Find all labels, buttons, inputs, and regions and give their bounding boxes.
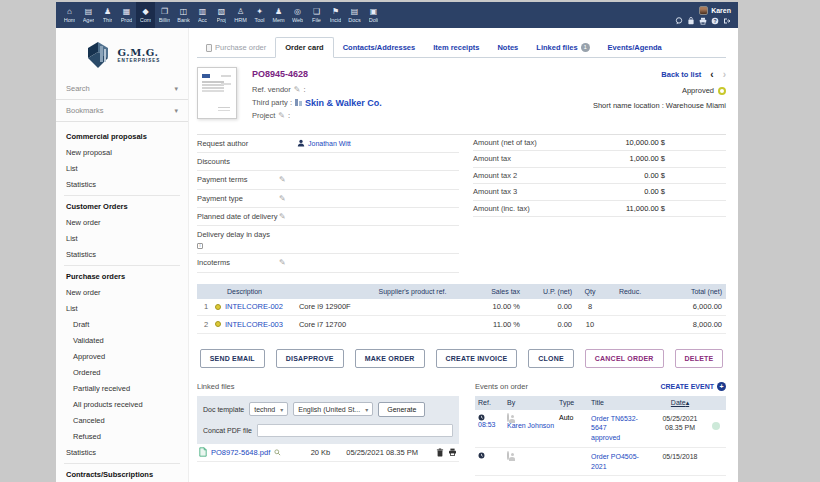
user-avatar: [699, 6, 708, 15]
tab-events-agenda[interactable]: Events/Agenda: [599, 38, 671, 57]
sidebar-section-purchase-orders[interactable]: Purchase orders: [56, 266, 188, 284]
preview-magnifier-icon[interactable]: [274, 449, 281, 456]
chat-icon[interactable]: [675, 17, 683, 25]
tab-purchase-order[interactable]: Purchase order: [197, 38, 275, 57]
sidebar-item-refused[interactable]: Refused: [56, 428, 188, 444]
sidebar-item-validated[interactable]: Validated: [56, 332, 188, 348]
nav-module-docs[interactable]: ▤Docs: [345, 2, 364, 28]
edit-pencil-icon[interactable]: ✎: [279, 212, 286, 221]
print-icon[interactable]: [699, 17, 707, 25]
edit-pencil-icon[interactable]: ✎: [278, 111, 285, 120]
help-icon[interactable]: ?: [711, 17, 719, 25]
search-dropdown[interactable]: Search ▾: [56, 78, 188, 100]
linked-files-count-badge: 1: [581, 43, 590, 52]
sidebar-item-purchase-orders-statistics[interactable]: Statistics: [56, 444, 188, 460]
sidebar-item-all-products-received[interactable]: All products received: [56, 396, 188, 412]
sidebar-item-customer-orders-statistics[interactable]: Statistics: [56, 246, 188, 262]
bag-icon[interactable]: [687, 17, 695, 25]
create-invoice-button[interactable]: CREATE INVOICE: [436, 349, 518, 368]
nav-module-agenda[interactable]: ▤Ager: [79, 2, 98, 28]
back-to-list-link[interactable]: Back to list: [661, 70, 701, 79]
make-order-button[interactable]: MAKE ORDER: [355, 349, 425, 368]
nav-module-incidents[interactable]: ⚑Incid: [326, 2, 345, 28]
create-event-link[interactable]: CREATE EVENT +: [660, 382, 726, 391]
edit-pencil-icon[interactable]: ✎: [294, 85, 301, 94]
user-menu[interactable]: Karen: [699, 6, 731, 15]
top-navbar: ⌂Hom ▤Ager ♟Thir ▦Prod ◆Com ❐Billin ◫Ban…: [56, 2, 738, 28]
clone-button[interactable]: CLONE: [528, 349, 574, 368]
disapprove-button[interactable]: DISAPPROVE: [276, 349, 344, 368]
sidebar-item-new-purchase-order[interactable]: New order: [56, 284, 188, 300]
sidebar-item-proposals-list[interactable]: List: [56, 160, 188, 176]
event-type: Auto: [559, 414, 591, 443]
tab-linked-files[interactable]: Linked files 1: [527, 38, 598, 57]
third-party-link[interactable]: Skin & Walker Co.: [305, 98, 382, 108]
tab-notes[interactable]: Notes: [488, 38, 527, 57]
members-icon: ♟: [275, 8, 282, 16]
amount-tax-row: Amount tax 1,000.00 $: [473, 151, 726, 168]
nav-module-home[interactable]: ⌂Hom: [60, 2, 79, 28]
user-name: Karen: [711, 7, 731, 14]
delete-file-icon[interactable]: [436, 448, 444, 457]
sidebar-section-contracts-subscriptions[interactable]: Contracts/Subscriptions: [56, 464, 188, 482]
edit-pencil-icon[interactable]: ✎: [279, 194, 286, 203]
nav-module-members[interactable]: ♟Mem: [269, 2, 288, 28]
tab-order-card[interactable]: Order card: [275, 37, 333, 58]
sidebar-section-commercial-proposals[interactable]: Commercial proposals: [56, 126, 188, 144]
nav-module-projects[interactable]: ▧Proj: [212, 2, 231, 28]
delete-button[interactable]: DELETE: [675, 349, 724, 368]
request-author-link[interactable]: Jonathan Witt: [308, 140, 351, 147]
nav-module-billing[interactable]: ❐Billin: [155, 2, 174, 28]
sidebar-item-approved[interactable]: Approved: [56, 348, 188, 364]
concat-pdf-input[interactable]: [257, 424, 453, 437]
tab-item-receipts[interactable]: Item receipts: [424, 38, 488, 57]
send-email-button[interactable]: SEND EMAIL: [200, 349, 265, 368]
sidebar-item-ordered[interactable]: Ordered: [56, 364, 188, 380]
next-record-arrow: ›: [723, 69, 726, 80]
pdf-preview-thumbnail[interactable]: [197, 67, 237, 119]
sidebar-item-customer-orders-list[interactable]: List: [56, 230, 188, 246]
sidebar-item-purchase-orders-list[interactable]: List: [56, 300, 188, 316]
docs-icon: ▤: [351, 8, 359, 16]
document-icon: [206, 44, 212, 52]
generate-button[interactable]: Generate: [378, 402, 425, 417]
sidebar-item-canceled[interactable]: Canceled: [56, 412, 188, 428]
language-select[interactable]: English (United St... ▾: [293, 402, 373, 416]
print-file-icon[interactable]: [448, 448, 457, 456]
doc-template-select[interactable]: technd ▾: [249, 402, 288, 416]
billing-icon: ❐: [161, 8, 168, 16]
edit-pencil-icon[interactable]: ✎: [279, 175, 286, 184]
info-icon[interactable]: i: [197, 243, 203, 249]
logout-icon[interactable]: [723, 17, 731, 25]
nav-module-website[interactable]: ◎Web: [288, 2, 307, 28]
nav-module-hrm[interactable]: ♙HRM: [231, 2, 250, 28]
nav-module-commercial[interactable]: ◆Com: [136, 2, 155, 28]
products-icon: ▦: [123, 8, 131, 16]
product-ref-link[interactable]: INTELCORE-003: [225, 320, 283, 329]
nav-module-products[interactable]: ▦Prod: [117, 2, 136, 28]
cancel-order-button[interactable]: CANCEL ORDER: [585, 349, 664, 368]
sidebar-item-partially-received[interactable]: Partially received: [56, 380, 188, 396]
sidebar-item-new-customer-order[interactable]: New order: [56, 214, 188, 230]
sidebar-item-proposals-statistics[interactable]: Statistics: [56, 176, 188, 192]
nav-module-thirdparties[interactable]: ♟Thir: [98, 2, 117, 28]
file-name-link[interactable]: PO8972-5648.pdf: [211, 448, 270, 457]
nav-module-tools[interactable]: ✦Tool: [250, 2, 269, 28]
nav-module-files[interactable]: ❏File: [307, 2, 326, 28]
event-title-link[interactable]: Order TN6532-5647 approved: [591, 414, 648, 443]
event-title-link[interactable]: Order PO4505-2021: [591, 452, 648, 472]
tab-contacts-addresses[interactable]: Contacts/Addresses: [334, 38, 425, 57]
product-ref-link[interactable]: INTELCORE-002: [225, 302, 283, 311]
field-discounts: Discounts: [197, 153, 459, 171]
edit-pencil-icon[interactable]: ✎: [279, 258, 286, 267]
sidebar-item-draft[interactable]: Draft: [56, 316, 188, 332]
previous-record-arrow[interactable]: ‹: [710, 69, 713, 80]
bookmarks-dropdown[interactable]: Bookmarks ▾: [56, 100, 188, 122]
nav-module-dolistore[interactable]: ▣Doli: [364, 2, 383, 28]
nav-module-accountancy[interactable]: ▥Acc: [193, 2, 212, 28]
sidebar-section-customer-orders[interactable]: Customer Orders: [56, 196, 188, 214]
sidebar-item-new-proposal[interactable]: New proposal: [56, 144, 188, 160]
nav-module-bank[interactable]: ◫Bank: [174, 2, 193, 28]
sort-by-date-header[interactable]: Date▴: [648, 399, 712, 407]
amount-net-row: Amount (net of tax) 10,000.00 $: [473, 135, 726, 152]
